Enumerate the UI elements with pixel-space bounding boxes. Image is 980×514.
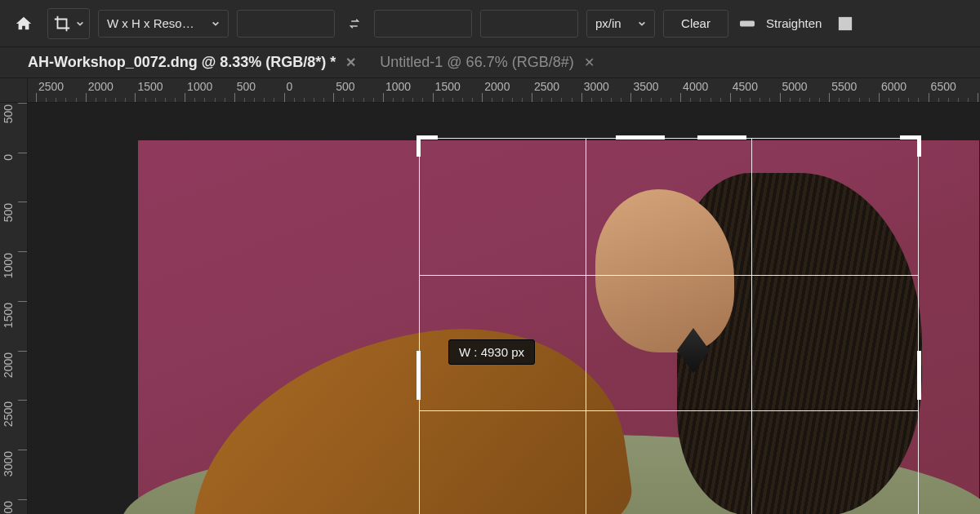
grid-icon (837, 16, 853, 32)
crop-dimensions-tooltip: W : 4930 px (448, 339, 535, 365)
crop-width-input[interactable] (237, 10, 335, 38)
straighten-label: Straighten (766, 16, 822, 30)
resolution-unit-label: px/in (595, 16, 621, 30)
crop-icon (53, 15, 71, 33)
level-icon (738, 15, 756, 33)
crop-handle-top-right[interactable] (900, 135, 921, 157)
close-icon[interactable]: ✕ (584, 55, 595, 70)
crop-preset-label: W x H x Reso… (107, 16, 194, 30)
horizontal-ruler[interactable]: 2500200015001000500050010001500200025003… (28, 78, 980, 103)
home-icon (15, 15, 33, 33)
document-tab[interactable]: Untitled-1 @ 66.7% (RGB/8#) ✕ (368, 47, 606, 78)
crop-handle-top[interactable] (616, 135, 665, 140)
ruler-origin[interactable] (0, 78, 28, 103)
document-tabs: AH-Workshop_0072.dng @ 8.33% (RGB/8*) * … (0, 47, 980, 78)
resolution-unit-dropdown[interactable]: px/in (586, 10, 655, 38)
chevron-down-icon (76, 20, 84, 28)
home-button[interactable] (8, 8, 39, 39)
canvas-area[interactable]: W : 4930 px (28, 103, 980, 514)
crop-preset-dropdown[interactable]: W x H x Reso… (98, 10, 229, 38)
close-icon[interactable]: ✕ (345, 55, 356, 70)
vertical-ruler[interactable]: 5000500100015002000250030003500 (0, 78, 28, 514)
crop-gridline (420, 275, 918, 276)
clear-button[interactable]: Clear (663, 10, 728, 38)
crop-gridline (586, 139, 586, 514)
chevron-down-icon (638, 20, 646, 28)
swap-icon (347, 16, 362, 31)
clear-label: Clear (681, 16, 710, 30)
crop-resolution-input[interactable] (480, 10, 578, 38)
grid-overlay-button[interactable] (835, 13, 856, 34)
crop-height-input[interactable] (374, 10, 472, 38)
crop-options-bar: W x H x Reso… px/in Clear Straighten (0, 0, 980, 47)
crop-handle-top-left[interactable] (416, 135, 438, 157)
straighten-tool-button[interactable] (737, 13, 758, 34)
crop-handle-top[interactable] (697, 135, 746, 140)
crop-handle-right[interactable] (917, 351, 921, 400)
document-tab-title: AH-Workshop_0072.dng @ 8.33% (RGB/8*) * (28, 54, 336, 71)
document-tab-title: Untitled-1 @ 66.7% (RGB/8#) (380, 54, 573, 71)
crop-handle-left[interactable] (416, 351, 421, 400)
svg-point-1 (746, 22, 749, 24)
crop-tool-preset-button[interactable] (47, 8, 90, 39)
crop-gridline (420, 410, 918, 411)
svg-rect-2 (840, 17, 852, 29)
crop-gridline (751, 139, 752, 514)
crop-dimensions-value: W : 4930 px (459, 345, 524, 359)
swap-dimensions-button[interactable] (343, 10, 366, 38)
crop-rectangle[interactable] (420, 139, 918, 514)
document-tab[interactable]: AH-Workshop_0072.dng @ 8.33% (RGB/8*) * … (16, 47, 368, 78)
chevron-down-icon (212, 20, 220, 28)
